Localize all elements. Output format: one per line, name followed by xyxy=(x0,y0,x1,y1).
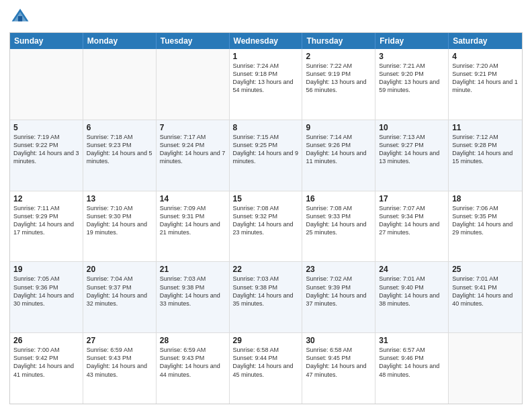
day-cell-16: 16Sunrise: 7:08 AM Sunset: 9:33 PM Dayli… xyxy=(302,191,375,262)
day-cell-29: 29Sunrise: 6:58 AM Sunset: 9:44 PM Dayli… xyxy=(230,333,303,404)
day-cell-3: 3Sunrise: 7:21 AM Sunset: 9:20 PM Daylig… xyxy=(375,49,449,120)
day-info: Sunrise: 7:08 AM Sunset: 9:32 PM Dayligh… xyxy=(233,204,299,237)
day-number: 17 xyxy=(379,194,445,203)
day-cell-12: 12Sunrise: 7:11 AM Sunset: 9:29 PM Dayli… xyxy=(10,191,83,262)
header-day-monday: Monday xyxy=(83,33,157,49)
day-number: 22 xyxy=(233,265,299,274)
day-number: 16 xyxy=(306,194,371,203)
day-info: Sunrise: 7:09 AM Sunset: 9:31 PM Dayligh… xyxy=(160,204,226,237)
header-day-sunday: Sunday xyxy=(10,33,83,49)
calendar: SundayMondayTuesdayWednesdayThursdayFrid… xyxy=(9,32,523,404)
day-number: 27 xyxy=(87,336,152,345)
header-day-tuesday: Tuesday xyxy=(157,33,230,49)
day-info: Sunrise: 7:18 AM Sunset: 9:23 PM Dayligh… xyxy=(87,133,152,166)
day-info: Sunrise: 6:58 AM Sunset: 9:45 PM Dayligh… xyxy=(306,346,371,379)
logo-icon xyxy=(11,7,30,26)
header-day-saturday: Saturday xyxy=(449,33,522,49)
day-cell-14: 14Sunrise: 7:09 AM Sunset: 9:31 PM Dayli… xyxy=(157,191,230,262)
day-number: 26 xyxy=(13,336,79,345)
header-day-wednesday: Wednesday xyxy=(230,33,303,49)
empty-cell xyxy=(83,49,157,120)
day-info: Sunrise: 7:11 AM Sunset: 9:29 PM Dayligh… xyxy=(13,204,79,237)
day-cell-23: 23Sunrise: 7:02 AM Sunset: 9:39 PM Dayli… xyxy=(302,262,375,332)
day-info: Sunrise: 7:08 AM Sunset: 9:33 PM Dayligh… xyxy=(306,204,371,237)
day-number: 13 xyxy=(87,194,152,203)
day-info: Sunrise: 7:20 AM Sunset: 9:21 PM Dayligh… xyxy=(452,62,519,95)
day-number: 2 xyxy=(306,52,371,61)
day-info: Sunrise: 7:21 AM Sunset: 9:20 PM Dayligh… xyxy=(379,62,445,95)
day-cell-10: 10Sunrise: 7:13 AM Sunset: 9:27 PM Dayli… xyxy=(375,120,449,191)
day-number: 15 xyxy=(233,194,299,203)
calendar-header: SundayMondayTuesdayWednesdayThursdayFrid… xyxy=(10,33,522,49)
day-cell-8: 8Sunrise: 7:15 AM Sunset: 9:25 PM Daylig… xyxy=(230,120,303,191)
day-number: 7 xyxy=(160,123,226,132)
day-cell-11: 11Sunrise: 7:12 AM Sunset: 9:28 PM Dayli… xyxy=(449,120,522,191)
logo xyxy=(9,7,30,28)
day-info: Sunrise: 6:57 AM Sunset: 9:46 PM Dayligh… xyxy=(379,346,445,379)
day-cell-25: 25Sunrise: 7:01 AM Sunset: 9:41 PM Dayli… xyxy=(449,262,522,332)
day-cell-13: 13Sunrise: 7:10 AM Sunset: 9:30 PM Dayli… xyxy=(83,191,157,262)
day-number: 9 xyxy=(306,123,371,132)
calendar-row-2: 12Sunrise: 7:11 AM Sunset: 9:29 PM Dayli… xyxy=(10,191,522,262)
day-cell-24: 24Sunrise: 7:01 AM Sunset: 9:40 PM Dayli… xyxy=(375,262,449,332)
calendar-row-0: 1Sunrise: 7:24 AM Sunset: 9:18 PM Daylig… xyxy=(10,49,522,120)
calendar-row-4: 26Sunrise: 7:00 AM Sunset: 9:42 PM Dayli… xyxy=(10,332,522,404)
day-number: 20 xyxy=(87,265,152,274)
day-cell-27: 27Sunrise: 6:59 AM Sunset: 9:43 PM Dayli… xyxy=(83,333,157,404)
day-info: Sunrise: 7:05 AM Sunset: 9:36 PM Dayligh… xyxy=(13,275,79,308)
calendar-body: 1Sunrise: 7:24 AM Sunset: 9:18 PM Daylig… xyxy=(10,49,522,404)
day-number: 14 xyxy=(160,194,226,203)
day-number: 11 xyxy=(452,123,519,132)
day-cell-4: 4Sunrise: 7:20 AM Sunset: 9:21 PM Daylig… xyxy=(449,49,522,120)
day-number: 1 xyxy=(233,52,299,61)
svg-rect-2 xyxy=(18,16,22,21)
empty-cell xyxy=(157,49,230,120)
day-info: Sunrise: 6:59 AM Sunset: 9:43 PM Dayligh… xyxy=(87,346,152,379)
day-cell-1: 1Sunrise: 7:24 AM Sunset: 9:18 PM Daylig… xyxy=(230,49,303,120)
day-number: 28 xyxy=(160,336,226,345)
day-info: Sunrise: 6:59 AM Sunset: 9:43 PM Dayligh… xyxy=(160,346,226,379)
day-info: Sunrise: 7:01 AM Sunset: 9:40 PM Dayligh… xyxy=(379,275,445,308)
day-number: 10 xyxy=(379,123,445,132)
header xyxy=(9,7,523,28)
day-number: 6 xyxy=(87,123,152,132)
day-number: 25 xyxy=(452,265,519,274)
day-number: 24 xyxy=(379,265,445,274)
day-cell-30: 30Sunrise: 6:58 AM Sunset: 9:45 PM Dayli… xyxy=(302,333,375,404)
day-info: Sunrise: 7:04 AM Sunset: 9:37 PM Dayligh… xyxy=(87,275,152,308)
day-number: 8 xyxy=(233,123,299,132)
day-number: 29 xyxy=(233,336,299,345)
day-cell-21: 21Sunrise: 7:03 AM Sunset: 9:38 PM Dayli… xyxy=(157,262,230,332)
day-info: Sunrise: 7:03 AM Sunset: 9:38 PM Dayligh… xyxy=(233,275,299,308)
day-number: 12 xyxy=(13,194,79,203)
day-cell-18: 18Sunrise: 7:06 AM Sunset: 9:35 PM Dayli… xyxy=(449,191,522,262)
day-number: 31 xyxy=(379,336,445,345)
day-number: 21 xyxy=(160,265,226,274)
day-cell-20: 20Sunrise: 7:04 AM Sunset: 9:37 PM Dayli… xyxy=(83,262,157,332)
page: SundayMondayTuesdayWednesdayThursdayFrid… xyxy=(0,0,532,411)
header-day-friday: Friday xyxy=(375,33,449,49)
day-number: 19 xyxy=(13,265,79,274)
day-number: 18 xyxy=(452,194,519,203)
calendar-row-3: 19Sunrise: 7:05 AM Sunset: 9:36 PM Dayli… xyxy=(10,261,522,332)
day-cell-5: 5Sunrise: 7:19 AM Sunset: 9:22 PM Daylig… xyxy=(10,120,83,191)
day-cell-28: 28Sunrise: 6:59 AM Sunset: 9:43 PM Dayli… xyxy=(157,333,230,404)
day-cell-26: 26Sunrise: 7:00 AM Sunset: 9:42 PM Dayli… xyxy=(10,333,83,404)
day-info: Sunrise: 7:10 AM Sunset: 9:30 PM Dayligh… xyxy=(87,204,152,237)
day-number: 30 xyxy=(306,336,371,345)
day-info: Sunrise: 7:06 AM Sunset: 9:35 PM Dayligh… xyxy=(452,204,519,237)
day-info: Sunrise: 7:01 AM Sunset: 9:41 PM Dayligh… xyxy=(452,275,519,308)
day-number: 5 xyxy=(13,123,79,132)
day-cell-9: 9Sunrise: 7:14 AM Sunset: 9:26 PM Daylig… xyxy=(302,120,375,191)
day-cell-19: 19Sunrise: 7:05 AM Sunset: 9:36 PM Dayli… xyxy=(10,262,83,332)
day-info: Sunrise: 6:58 AM Sunset: 9:44 PM Dayligh… xyxy=(233,346,299,379)
empty-cell xyxy=(10,49,83,120)
day-cell-7: 7Sunrise: 7:17 AM Sunset: 9:24 PM Daylig… xyxy=(157,120,230,191)
day-cell-22: 22Sunrise: 7:03 AM Sunset: 9:38 PM Dayli… xyxy=(230,262,303,332)
day-info: Sunrise: 7:17 AM Sunset: 9:24 PM Dayligh… xyxy=(160,133,226,166)
day-info: Sunrise: 7:00 AM Sunset: 9:42 PM Dayligh… xyxy=(13,346,79,379)
day-cell-17: 17Sunrise: 7:07 AM Sunset: 9:34 PM Dayli… xyxy=(375,191,449,262)
calendar-row-1: 5Sunrise: 7:19 AM Sunset: 9:22 PM Daylig… xyxy=(10,120,522,191)
day-cell-31: 31Sunrise: 6:57 AM Sunset: 9:46 PM Dayli… xyxy=(375,333,449,404)
day-info: Sunrise: 7:07 AM Sunset: 9:34 PM Dayligh… xyxy=(379,204,445,237)
